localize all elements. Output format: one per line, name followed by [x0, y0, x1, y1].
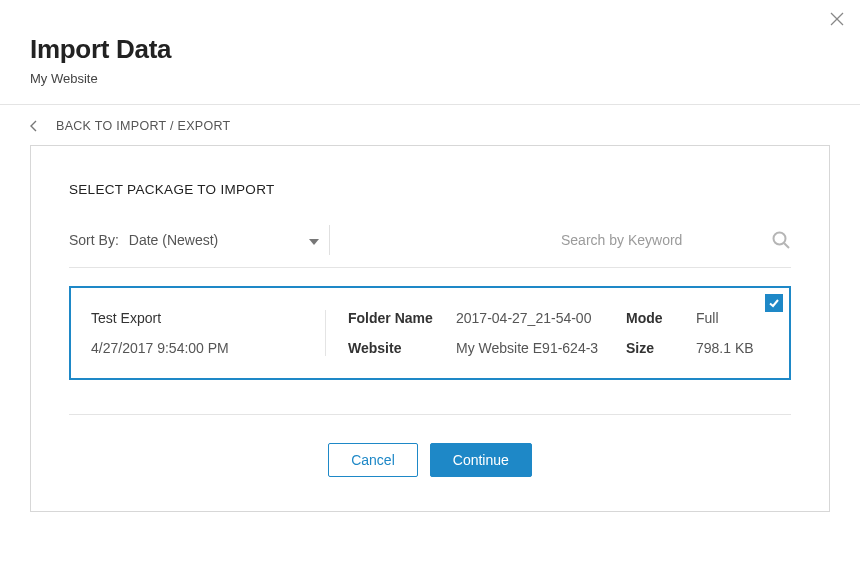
svg-line-4 — [784, 243, 789, 248]
mode-label: Mode — [626, 310, 696, 326]
search-input[interactable] — [561, 232, 761, 248]
package-card[interactable]: Test Export 4/27/2017 9:54:00 PM Folder … — [69, 286, 791, 380]
website-label: Website — [348, 340, 456, 356]
sort-label: Sort By: — [69, 232, 119, 248]
panel-title: SELECT PACKAGE TO IMPORT — [69, 182, 791, 197]
selected-check-icon — [765, 294, 783, 312]
svg-marker-2 — [309, 239, 319, 245]
vertical-divider — [329, 225, 330, 255]
svg-point-3 — [774, 233, 786, 245]
size-label: Size — [626, 340, 696, 356]
folder-name-label: Folder Name — [348, 310, 456, 326]
close-icon — [830, 12, 844, 26]
caret-down-icon — [309, 232, 319, 248]
folder-name-value: 2017-04-27_21-54-00 — [456, 310, 626, 326]
dialog-header: Import Data My Website — [0, 0, 860, 105]
sort-select[interactable]: Date (Newest) — [129, 232, 319, 248]
sort-block: Sort By: Date (Newest) — [69, 232, 319, 248]
sort-value: Date (Newest) — [129, 232, 218, 248]
mode-value: Full — [696, 310, 769, 326]
button-row: Cancel Continue — [69, 443, 791, 477]
breadcrumb-back[interactable]: BACK TO IMPORT / EXPORT — [0, 105, 860, 145]
page-subtitle: My Website — [30, 71, 830, 86]
search-block — [340, 230, 791, 250]
chevron-left-icon — [30, 120, 38, 132]
continue-button[interactable]: Continue — [430, 443, 532, 477]
close-button[interactable] — [830, 12, 844, 26]
search-icon[interactable] — [771, 230, 791, 250]
size-value: 798.1 KB — [696, 340, 769, 356]
package-name: Test Export — [91, 310, 305, 326]
package-timestamp: 4/27/2017 9:54:00 PM — [91, 340, 305, 356]
cancel-button[interactable]: Cancel — [328, 443, 418, 477]
sort-search-row: Sort By: Date (Newest) — [69, 225, 791, 268]
back-label: BACK TO IMPORT / EXPORT — [56, 119, 231, 133]
divider — [69, 414, 791, 415]
website-value: My Website E91-624-3 — [456, 340, 626, 356]
page-title: Import Data — [30, 34, 830, 65]
import-panel: SELECT PACKAGE TO IMPORT Sort By: Date (… — [30, 145, 830, 512]
